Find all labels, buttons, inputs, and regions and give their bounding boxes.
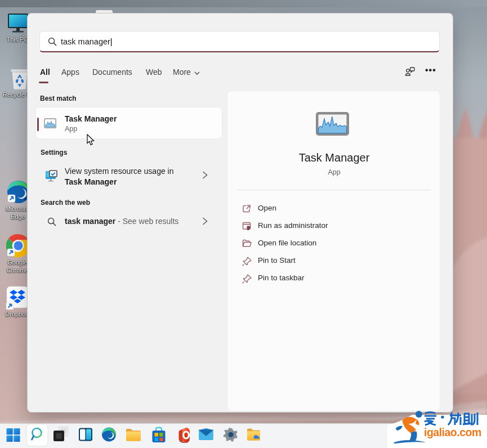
svg-text:igaliao.com: igaliao.com [424, 426, 481, 438]
